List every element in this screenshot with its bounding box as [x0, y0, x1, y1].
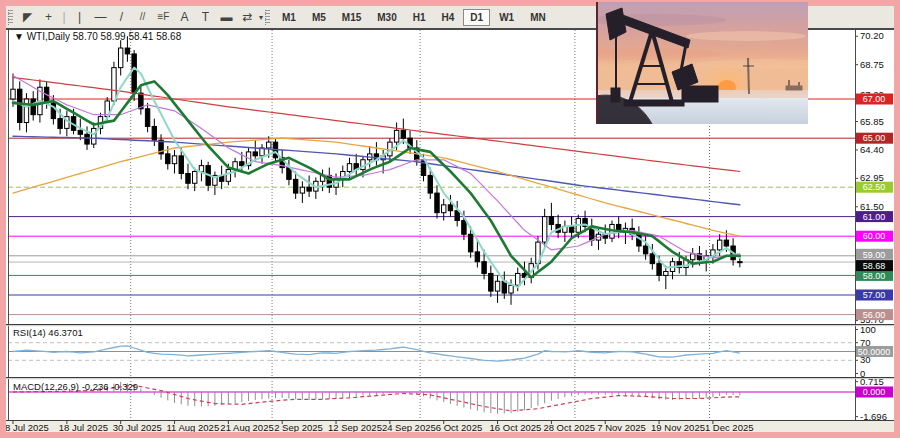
svg-text:7 Nov 2025: 7 Nov 2025 — [597, 422, 646, 433]
svg-text:6 Oct 2025: 6 Oct 2025 — [436, 422, 482, 433]
timeframe-mn-button[interactable]: MN — [523, 9, 553, 26]
svg-text:50.0000: 50.0000 — [858, 347, 891, 357]
timeframe-h4-button[interactable]: H4 — [435, 9, 462, 26]
svg-text:30 Jul 2025: 30 Jul 2025 — [113, 422, 162, 433]
svg-text:68.75: 68.75 — [860, 59, 884, 70]
svg-text:8 Jul 2025: 8 Jul 2025 — [6, 422, 49, 433]
svg-text:61.00: 61.00 — [863, 212, 886, 222]
vertical-line-tool-icon[interactable]: | — [69, 7, 90, 27]
macd-label: MACD(12,26,9) -0.236 -0.329 — [13, 381, 138, 392]
svg-text:28 Oct 2025: 28 Oct 2025 — [543, 422, 595, 433]
svg-text:64.40: 64.40 — [860, 144, 884, 155]
timeframe-d1-button[interactable]: D1 — [463, 9, 490, 26]
svg-text:61.50: 61.50 — [860, 201, 884, 212]
svg-text:19 Nov 2025: 19 Nov 2025 — [651, 422, 705, 433]
text-tool-icon[interactable]: A — [174, 7, 195, 27]
svg-text:0.000: 0.000 — [863, 387, 886, 397]
horizontal-line-tool-icon[interactable]: — — [90, 7, 111, 27]
timeframe-h1-button[interactable]: H1 — [406, 9, 433, 26]
trend-line-tool-icon[interactable]: / — [111, 7, 132, 27]
svg-text:18 Jul 2025: 18 Jul 2025 — [59, 422, 108, 433]
svg-text:70.20: 70.20 — [860, 30, 884, 41]
svg-text:67.00: 67.00 — [863, 94, 886, 104]
svg-text:100: 100 — [860, 324, 876, 335]
timeframe-m30-button[interactable]: M30 — [370, 9, 403, 26]
svg-text:58.68: 58.68 — [863, 261, 886, 271]
rsi-label: RSI(14) 46.3701 — [13, 327, 83, 338]
svg-text:65.85: 65.85 — [860, 116, 884, 127]
svg-text:12 Sep 2025: 12 Sep 2025 — [328, 422, 382, 433]
svg-text:21 Aug 2025: 21 Aug 2025 — [220, 422, 273, 433]
timeframe-m1-button[interactable]: M1 — [275, 9, 303, 26]
svg-text:24 Sep 2025: 24 Sep 2025 — [382, 422, 436, 433]
svg-text:2 Sep 2025: 2 Sep 2025 — [274, 422, 323, 433]
svg-text:58.00: 58.00 — [863, 271, 886, 281]
oil-pumpjack-photo — [596, 2, 808, 124]
equidistant-channel-tool-icon[interactable]: // — [132, 7, 153, 27]
toolbar-grip[interactable] — [8, 10, 13, 25]
timeframe-grip[interactable] — [265, 10, 270, 25]
chart-title: ▼ WTI,Daily 58.70 58.99 58.41 58.68 — [14, 31, 182, 42]
svg-text:59.00: 59.00 — [863, 250, 886, 260]
arrows-dropdown-caret-icon[interactable]: ▾ — [259, 13, 263, 22]
chart-window: ◤+||—///≡FAT▬⇄▾ M1M5M15M30H1H4D1W1MN 70.… — [0, 0, 900, 438]
svg-text:16 Oct 2025: 16 Oct 2025 — [490, 422, 542, 433]
rectangle-tool-icon[interactable]: ▬ — [216, 7, 237, 27]
timeframe-m15-button[interactable]: M15 — [335, 9, 368, 26]
fibonacci-tool-icon[interactable]: ≡F — [153, 7, 174, 27]
cursor-tool-icon[interactable]: ◤ — [17, 7, 38, 27]
svg-text:56.00: 56.00 — [863, 310, 886, 320]
timeframe-w1-button[interactable]: W1 — [492, 9, 521, 26]
toolbar-separator: | — [59, 10, 69, 24]
arrows-tool-icon[interactable]: ⇄ — [237, 7, 258, 27]
svg-text:60.00: 60.00 — [863, 231, 886, 241]
svg-text:11 Aug 2025: 11 Aug 2025 — [167, 422, 220, 433]
label-tool-icon[interactable]: T — [195, 7, 216, 27]
timeframe-m5-button[interactable]: M5 — [305, 9, 333, 26]
svg-text:57.00: 57.00 — [863, 290, 886, 300]
svg-text:1 Dec 2025: 1 Dec 2025 — [705, 422, 754, 433]
svg-text:62.50: 62.50 — [863, 182, 886, 192]
crosshair-tool-icon[interactable]: + — [38, 7, 59, 27]
drawing-tools-group: ◤+||—///≡FAT▬⇄▾ — [17, 7, 263, 27]
svg-text:65.00: 65.00 — [863, 133, 886, 143]
svg-text:-1.696: -1.696 — [860, 411, 887, 422]
timeframes-group: M1M5M15M30H1H4D1W1MN — [274, 9, 554, 26]
